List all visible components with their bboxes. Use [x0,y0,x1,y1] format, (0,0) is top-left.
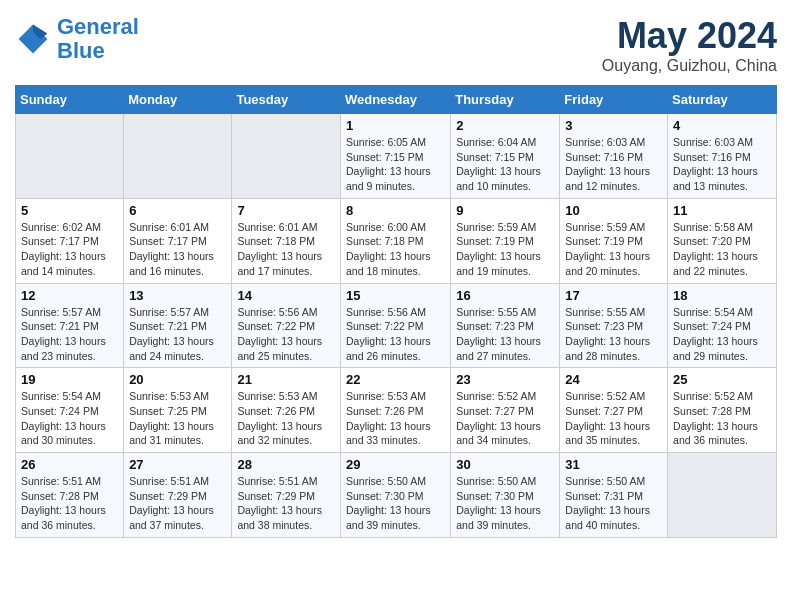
day-number: 14 [237,288,335,303]
calendar-cell: 1Sunrise: 6:05 AMSunset: 7:15 PMDaylight… [340,114,450,199]
calendar-table: SundayMondayTuesdayWednesdayThursdayFrid… [15,85,777,538]
weekday-header-wednesday: Wednesday [340,86,450,114]
day-detail: Sunrise: 5:51 AMSunset: 7:29 PMDaylight:… [129,474,226,533]
calendar-cell: 6Sunrise: 6:01 AMSunset: 7:17 PMDaylight… [124,198,232,283]
day-number: 21 [237,372,335,387]
day-detail: Sunrise: 5:50 AMSunset: 7:30 PMDaylight:… [456,474,554,533]
day-detail: Sunrise: 5:59 AMSunset: 7:19 PMDaylight:… [456,220,554,279]
day-number: 15 [346,288,445,303]
day-detail: Sunrise: 6:00 AMSunset: 7:18 PMDaylight:… [346,220,445,279]
calendar-cell: 28Sunrise: 5:51 AMSunset: 7:29 PMDayligh… [232,453,341,538]
day-number: 28 [237,457,335,472]
day-number: 18 [673,288,771,303]
weekday-header-row: SundayMondayTuesdayWednesdayThursdayFrid… [16,86,777,114]
calendar-cell: 20Sunrise: 5:53 AMSunset: 7:25 PMDayligh… [124,368,232,453]
day-number: 8 [346,203,445,218]
weekday-header-thursday: Thursday [451,86,560,114]
day-detail: Sunrise: 5:55 AMSunset: 7:23 PMDaylight:… [456,305,554,364]
calendar-week-row: 5Sunrise: 6:02 AMSunset: 7:17 PMDaylight… [16,198,777,283]
calendar-cell: 24Sunrise: 5:52 AMSunset: 7:27 PMDayligh… [560,368,668,453]
calendar-cell: 27Sunrise: 5:51 AMSunset: 7:29 PMDayligh… [124,453,232,538]
page-header: General Blue May 2024 Ouyang, Guizhou, C… [15,15,777,75]
day-number: 3 [565,118,662,133]
day-detail: Sunrise: 6:01 AMSunset: 7:18 PMDaylight:… [237,220,335,279]
calendar-cell: 14Sunrise: 5:56 AMSunset: 7:22 PMDayligh… [232,283,341,368]
day-detail: Sunrise: 5:57 AMSunset: 7:21 PMDaylight:… [21,305,118,364]
day-number: 26 [21,457,118,472]
day-detail: Sunrise: 5:57 AMSunset: 7:21 PMDaylight:… [129,305,226,364]
day-number: 23 [456,372,554,387]
day-number: 12 [21,288,118,303]
calendar-cell [232,114,341,199]
day-number: 16 [456,288,554,303]
calendar-cell: 8Sunrise: 6:00 AMSunset: 7:18 PMDaylight… [340,198,450,283]
day-detail: Sunrise: 5:53 AMSunset: 7:25 PMDaylight:… [129,389,226,448]
weekday-header-tuesday: Tuesday [232,86,341,114]
day-detail: Sunrise: 5:55 AMSunset: 7:23 PMDaylight:… [565,305,662,364]
weekday-header-monday: Monday [124,86,232,114]
calendar-cell: 30Sunrise: 5:50 AMSunset: 7:30 PMDayligh… [451,453,560,538]
day-detail: Sunrise: 5:52 AMSunset: 7:27 PMDaylight:… [565,389,662,448]
calendar-cell: 21Sunrise: 5:53 AMSunset: 7:26 PMDayligh… [232,368,341,453]
day-number: 13 [129,288,226,303]
day-number: 29 [346,457,445,472]
calendar-cell: 31Sunrise: 5:50 AMSunset: 7:31 PMDayligh… [560,453,668,538]
day-detail: Sunrise: 5:51 AMSunset: 7:29 PMDaylight:… [237,474,335,533]
logo: General Blue [15,15,139,63]
calendar-cell: 15Sunrise: 5:56 AMSunset: 7:22 PMDayligh… [340,283,450,368]
calendar-cell: 23Sunrise: 5:52 AMSunset: 7:27 PMDayligh… [451,368,560,453]
day-number: 25 [673,372,771,387]
logo-icon [15,21,51,57]
day-detail: Sunrise: 5:53 AMSunset: 7:26 PMDaylight:… [346,389,445,448]
day-number: 5 [21,203,118,218]
calendar-week-row: 26Sunrise: 5:51 AMSunset: 7:28 PMDayligh… [16,453,777,538]
day-number: 2 [456,118,554,133]
day-number: 31 [565,457,662,472]
calendar-title: May 2024 [602,15,777,57]
calendar-week-row: 19Sunrise: 5:54 AMSunset: 7:24 PMDayligh… [16,368,777,453]
calendar-cell: 19Sunrise: 5:54 AMSunset: 7:24 PMDayligh… [16,368,124,453]
day-detail: Sunrise: 5:56 AMSunset: 7:22 PMDaylight:… [237,305,335,364]
day-number: 27 [129,457,226,472]
day-detail: Sunrise: 5:54 AMSunset: 7:24 PMDaylight:… [21,389,118,448]
weekday-header-saturday: Saturday [668,86,777,114]
calendar-cell: 13Sunrise: 5:57 AMSunset: 7:21 PMDayligh… [124,283,232,368]
calendar-cell: 22Sunrise: 5:53 AMSunset: 7:26 PMDayligh… [340,368,450,453]
location-subtitle: Ouyang, Guizhou, China [602,57,777,75]
day-number: 4 [673,118,771,133]
day-detail: Sunrise: 6:05 AMSunset: 7:15 PMDaylight:… [346,135,445,194]
calendar-cell: 17Sunrise: 5:55 AMSunset: 7:23 PMDayligh… [560,283,668,368]
calendar-cell: 2Sunrise: 6:04 AMSunset: 7:15 PMDaylight… [451,114,560,199]
day-detail: Sunrise: 5:56 AMSunset: 7:22 PMDaylight:… [346,305,445,364]
day-number: 19 [21,372,118,387]
calendar-cell: 5Sunrise: 6:02 AMSunset: 7:17 PMDaylight… [16,198,124,283]
day-detail: Sunrise: 5:51 AMSunset: 7:28 PMDaylight:… [21,474,118,533]
day-number: 6 [129,203,226,218]
day-detail: Sunrise: 6:02 AMSunset: 7:17 PMDaylight:… [21,220,118,279]
day-number: 11 [673,203,771,218]
calendar-cell: 18Sunrise: 5:54 AMSunset: 7:24 PMDayligh… [668,283,777,368]
day-detail: Sunrise: 6:04 AMSunset: 7:15 PMDaylight:… [456,135,554,194]
day-number: 1 [346,118,445,133]
calendar-cell: 10Sunrise: 5:59 AMSunset: 7:19 PMDayligh… [560,198,668,283]
day-number: 10 [565,203,662,218]
day-number: 7 [237,203,335,218]
title-block: May 2024 Ouyang, Guizhou, China [602,15,777,75]
calendar-cell [124,114,232,199]
day-number: 9 [456,203,554,218]
calendar-week-row: 12Sunrise: 5:57 AMSunset: 7:21 PMDayligh… [16,283,777,368]
day-number: 22 [346,372,445,387]
logo-text: General Blue [57,15,139,63]
weekday-header-friday: Friday [560,86,668,114]
calendar-cell [16,114,124,199]
calendar-cell: 11Sunrise: 5:58 AMSunset: 7:20 PMDayligh… [668,198,777,283]
day-detail: Sunrise: 5:53 AMSunset: 7:26 PMDaylight:… [237,389,335,448]
calendar-cell: 25Sunrise: 5:52 AMSunset: 7:28 PMDayligh… [668,368,777,453]
day-number: 30 [456,457,554,472]
calendar-cell: 4Sunrise: 6:03 AMSunset: 7:16 PMDaylight… [668,114,777,199]
calendar-cell: 29Sunrise: 5:50 AMSunset: 7:30 PMDayligh… [340,453,450,538]
day-detail: Sunrise: 5:52 AMSunset: 7:28 PMDaylight:… [673,389,771,448]
calendar-cell: 16Sunrise: 5:55 AMSunset: 7:23 PMDayligh… [451,283,560,368]
day-detail: Sunrise: 5:52 AMSunset: 7:27 PMDaylight:… [456,389,554,448]
day-detail: Sunrise: 5:50 AMSunset: 7:30 PMDaylight:… [346,474,445,533]
